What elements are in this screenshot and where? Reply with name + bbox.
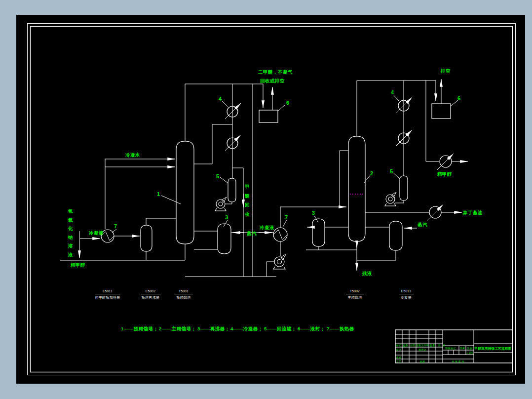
tb-scale-label: 比例 bbox=[467, 347, 472, 350]
equip-num-4-left: 4 bbox=[219, 96, 222, 102]
cad-drawing: 二甲醚，不凝气 回收或排空 排空 冷凝水 冷凝液 冷凝液 蒸汽 蒸汽 氢氧化钠溶… bbox=[0, 0, 532, 399]
tb-approve: 批准 bbox=[420, 360, 425, 363]
legend-item-2: 2——主精馏塔； bbox=[159, 326, 196, 331]
equip-num-2: 2 bbox=[370, 170, 373, 176]
drawing-title: 甲醇双塔精馏工艺流程图 bbox=[475, 347, 512, 351]
tb-mass: 质量 bbox=[460, 347, 465, 350]
svg-text:预精馏塔: 预精馏塔 bbox=[176, 296, 190, 300]
tb-process: 工艺 bbox=[396, 360, 401, 363]
legend-item-7: 7——换热器 bbox=[327, 326, 354, 331]
stream-label-dme-line1: 二甲醚，不凝气 bbox=[258, 69, 293, 75]
stream-label-steam-right: 蒸汽 bbox=[417, 222, 427, 227]
legend-item-6: 6——液封； bbox=[298, 326, 325, 331]
tb-design: 设计 bbox=[396, 348, 401, 351]
svg-text:T5002: T5002 bbox=[350, 289, 360, 293]
stream-label-vent: 排空 bbox=[440, 68, 451, 74]
stream-label-cooling-water: 冷凝水 bbox=[125, 152, 140, 158]
equip-num-4-right: 4 bbox=[391, 89, 394, 95]
legend-item-3: 3——再沸器； bbox=[197, 326, 230, 331]
equip-num-3-left: 3 bbox=[225, 214, 228, 220]
tb-sheet: 共 张 第 张 bbox=[452, 360, 464, 363]
svg-text:E5002: E5002 bbox=[146, 289, 155, 293]
svg-text:T5001: T5001 bbox=[179, 289, 189, 293]
equip-num-6-left: 6 bbox=[286, 100, 289, 106]
tb-header-zone: 分区 bbox=[410, 344, 415, 347]
equip-num-6-right: 6 bbox=[457, 95, 460, 101]
tb-header-count: 处数 bbox=[403, 344, 408, 347]
stream-label-crude-methanol: 粗甲醇 bbox=[70, 262, 85, 268]
svg-text:预塔再沸器: 预塔再沸器 bbox=[142, 296, 160, 300]
stream-label-steam-mid: 蒸汽 bbox=[246, 231, 257, 236]
tb-header-docno: 更改文件号 bbox=[416, 344, 429, 347]
legend-item-5: 5——回流罐； bbox=[264, 326, 297, 331]
legend-item-4: 4——冷凝器； bbox=[230, 326, 263, 331]
tb-header-date: 年、月、日 bbox=[433, 344, 446, 347]
equip-num-3-right: 3 bbox=[312, 210, 315, 216]
stream-label-dme-line2: 回收或排空 bbox=[260, 78, 285, 83]
equip-num-7-left: 7 bbox=[114, 223, 117, 229]
svg-text:E5011: E5011 bbox=[103, 289, 113, 293]
legend-item-1: 1——预精馏塔； bbox=[121, 326, 158, 331]
stream-label-refined-methanol: 精甲醇 bbox=[437, 171, 452, 177]
equip-num-5-left: 5 bbox=[216, 173, 219, 179]
tb-audit: 审核 bbox=[396, 356, 401, 359]
tb-standard: 标准化 bbox=[418, 348, 426, 352]
svg-text:粗甲醇预加热器: 粗甲醇预加热器 bbox=[95, 296, 120, 300]
stream-label-isobutyl-oil: 异丁基油 bbox=[462, 210, 483, 215]
tb-stage: 阶段标记 bbox=[446, 347, 456, 350]
equip-num-1: 1 bbox=[157, 191, 160, 197]
equip-num-5-right: 5 bbox=[390, 168, 393, 174]
equip-num-7-right: 7 bbox=[285, 214, 288, 220]
stream-label-condensate-mid: 冷凝液 bbox=[260, 225, 274, 230]
tb-header-mark: 标记 bbox=[396, 344, 401, 347]
svg-text:主精馏塔: 主精馏塔 bbox=[347, 295, 362, 300]
stream-label-residue: 残液 bbox=[362, 271, 372, 276]
svg-text:E5013: E5013 bbox=[401, 289, 411, 293]
tb-scale-value: 1:100 bbox=[466, 351, 473, 354]
svg-text:冷凝器: 冷凝器 bbox=[401, 296, 412, 300]
stream-label-condensate-left: 冷凝液 bbox=[89, 230, 104, 236]
legend: 1——预精馏塔； 2——主精馏塔； 3——再沸器； 4——冷凝器； 5——回流罐… bbox=[121, 326, 354, 331]
